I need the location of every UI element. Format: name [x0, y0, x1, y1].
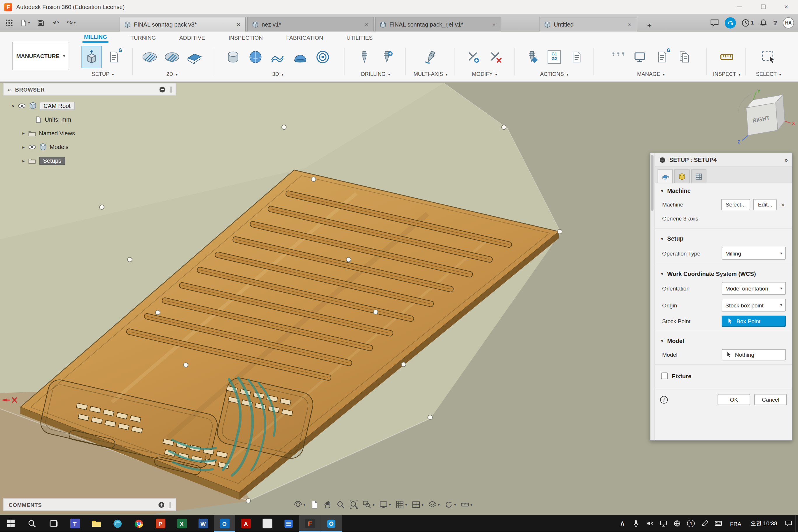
ok-button[interactable]: OK [718, 394, 750, 405]
selection-filter-icon[interactable]: ▾ [459, 499, 474, 510]
panel-resize-grip[interactable] [170, 86, 171, 93]
machine-remove-icon[interactable]: × [780, 201, 786, 208]
look-at-icon[interactable] [308, 499, 320, 510]
visibility-eye-icon[interactable] [28, 142, 36, 151]
pocket-clearing-icon[interactable] [245, 46, 266, 68]
collapsed-triangle-icon[interactable]: ▸ [22, 131, 25, 136]
expand-panel-icon[interactable]: » [784, 156, 788, 163]
post-process-icon[interactable]: G1G2 [544, 46, 564, 68]
post-process-tab[interactable] [691, 169, 706, 183]
viewports-icon[interactable]: ▾ [411, 499, 425, 510]
excel-icon[interactable]: X [171, 515, 192, 532]
fit-icon[interactable] [348, 499, 360, 510]
view-cube[interactable]: RIGHT Y X Z [732, 89, 798, 149]
notifications-clock-icon[interactable]: 1 [742, 19, 754, 27]
dialog-scrollbar[interactable] [650, 153, 655, 440]
post-library-icon[interactable]: G [652, 46, 672, 68]
teams-icon[interactable]: T [64, 515, 86, 532]
doc-tab[interactable]: Untitled × [539, 17, 637, 32]
account-avatar[interactable]: HA [783, 17, 794, 28]
file-menu-icon[interactable]: ▾ [18, 16, 32, 29]
tree-item-models[interactable]: ▸ Models [3, 140, 176, 154]
ribbon-group-label[interactable]: MANAGE ▾ [595, 71, 706, 77]
ribbon-group-label[interactable]: ACTIONS ▾ [516, 71, 592, 77]
comments-icon[interactable] [710, 19, 719, 27]
doc-tab[interactable]: nez v1* × [247, 17, 374, 32]
display-settings-icon[interactable]: ▾ [378, 499, 393, 510]
app-icon-light[interactable] [256, 515, 278, 532]
ribbon-group-label[interactable]: MULTI-AXIS ▾ [407, 71, 454, 77]
zoom-window-icon[interactable]: ▾ [361, 499, 376, 510]
new-document-tab-button[interactable]: + [643, 18, 656, 32]
delete-toolpath-icon[interactable] [486, 46, 506, 68]
ribbon-tab-utilities[interactable]: UTILITIES [345, 33, 374, 42]
adaptive-clearing-icon[interactable] [223, 46, 243, 68]
origin-select[interactable]: Stock box point▾ [722, 299, 786, 311]
dialog-grip-icon[interactable] [659, 157, 666, 163]
expand-comments-icon[interactable] [158, 501, 165, 508]
minimize-button[interactable] [728, 0, 751, 14]
tree-item-setups[interactable]: ▸ Setups [3, 154, 176, 167]
grid-snaps-icon[interactable]: ▾ [394, 499, 409, 510]
tab-close-icon[interactable]: × [363, 21, 369, 28]
orbit-icon[interactable]: ▾ [292, 499, 307, 510]
file-explorer-icon[interactable] [86, 515, 107, 532]
pan-icon[interactable] [322, 499, 334, 510]
tool-library-icon[interactable] [607, 46, 628, 68]
clock-time[interactable]: 오전 10:38 [746, 520, 782, 527]
ribbon-group-label[interactable]: 2D ▾ [133, 71, 211, 77]
redo-icon[interactable]: ↷▾ [65, 16, 77, 29]
touch-keyboard-icon[interactable] [712, 515, 725, 532]
dialog-header[interactable]: SETUP : SETUP4 » [655, 153, 792, 167]
job-status-icon[interactable] [725, 17, 736, 28]
show-desktop-button[interactable] [795, 515, 798, 532]
refresh-icon[interactable]: ▾ [443, 499, 458, 510]
powerpoint-icon[interactable]: P [150, 515, 171, 532]
ribbon-tab-milling[interactable]: MILLING [82, 33, 109, 43]
start-button[interactable] [0, 515, 21, 532]
acrobat-icon[interactable]: A [235, 515, 256, 532]
volume-icon[interactable] [643, 515, 657, 532]
swarf-icon[interactable] [420, 46, 441, 68]
visibility-layers-icon[interactable]: ▾ [426, 499, 441, 510]
face-icon[interactable] [184, 46, 205, 68]
ribbon-tab-fabrication[interactable]: FABRICATION [285, 33, 325, 42]
pen-icon[interactable] [698, 515, 712, 532]
model-section-header[interactable]: ▼Model [655, 334, 792, 347]
language-indicator[interactable]: FRA [725, 520, 746, 527]
browser-header[interactable]: « BROWSER [3, 83, 176, 96]
wcs-section-header[interactable]: ▼Work Coordinate System (WCS) [655, 266, 792, 280]
edge-icon[interactable] [107, 515, 128, 532]
ribbon-group-label[interactable]: MODIFY ▾ [456, 71, 513, 77]
operation-type-select[interactable]: Milling▾ [722, 247, 786, 260]
fixture-checkbox[interactable] [661, 373, 668, 379]
info-icon[interactable]: i [660, 396, 668, 403]
help-icon[interactable]: ? [773, 19, 777, 26]
setup-section-header[interactable]: ▼Setup [655, 231, 792, 245]
task-view-icon[interactable] [43, 515, 64, 532]
ribbon-tab-inspection[interactable]: INSPECTION [227, 33, 264, 42]
tab-close-icon[interactable]: × [627, 21, 633, 28]
visibility-eye-icon[interactable] [18, 101, 26, 110]
network-icon[interactable] [657, 515, 670, 532]
template-library-icon[interactable] [674, 46, 695, 68]
chevron-up-icon[interactable]: ∧ [615, 515, 629, 532]
tray-app-icon[interactable] [670, 515, 684, 532]
ribbon-group-label[interactable]: SETUP ▾ [75, 71, 130, 77]
machine-section-header[interactable]: ▼Machine [655, 183, 792, 197]
outlook-icon[interactable]: O [214, 515, 235, 532]
expanded-triangle-icon[interactable]: ▸ [11, 103, 16, 108]
doc-tab-active[interactable]: FINAL sonntag pack v3* × [119, 17, 246, 32]
trim-toolpath-icon[interactable] [463, 46, 483, 68]
tree-item-units[interactable]: Units: mm [3, 113, 176, 126]
drill-icon[interactable] [354, 46, 375, 68]
spiral-icon[interactable] [312, 46, 333, 68]
steep-and-shallow-icon[interactable] [290, 46, 311, 68]
ribbon-group-label[interactable]: DRILLING ▾ [346, 71, 405, 77]
app-grid-menu-icon[interactable] [3, 16, 15, 29]
undo-icon[interactable]: ↶ [50, 16, 62, 29]
machine-edit-button[interactable]: Edit... [753, 199, 777, 210]
search-icon[interactable] [21, 515, 43, 532]
setup-tab[interactable] [658, 169, 673, 183]
2d-adaptive-icon[interactable] [139, 46, 160, 68]
